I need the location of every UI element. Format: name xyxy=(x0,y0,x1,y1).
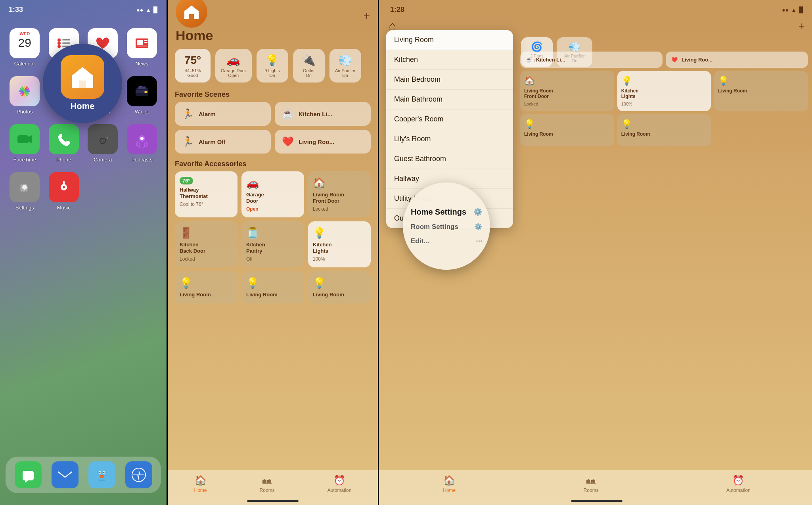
nav-rooms-icon: 🏘 xyxy=(262,475,272,486)
living-room-name-2: Living Room xyxy=(246,292,299,298)
p3-kitchen-label: Kitchen Li... xyxy=(536,57,565,63)
garage-door-tile[interactable]: 🚗 GarageDoor Open xyxy=(241,171,304,217)
svg-rect-9 xyxy=(144,42,147,43)
accessories-grid: 76° HallwayThermostat Cool to 76° 🚗 Gara… xyxy=(168,171,378,307)
air-purifier-label: Air PurifierOn xyxy=(335,68,355,78)
app-icon-calendar[interactable]: WED 29 Calendar xyxy=(8,28,42,67)
tweetbot-img xyxy=(88,461,115,488)
living-room-tile-3[interactable]: 💡 Living Room xyxy=(308,271,371,303)
p3-nav-home-icon: 🏠 xyxy=(443,475,455,486)
p3-living-2[interactable]: 💡 Living Room xyxy=(520,114,614,146)
nav-automation[interactable]: ⏰ Automation xyxy=(327,475,352,493)
panel3-bottom-nav: 🏠 Home 🏘 Rooms ⏰ Automation xyxy=(379,470,812,505)
lights-tile[interactable]: 💡 9 LightsOn xyxy=(257,49,288,83)
p3-kitchen-lights-status: 100% xyxy=(621,102,707,106)
kitchen-lights-tile[interactable]: 💡 KitchenLights 100% xyxy=(308,221,371,267)
phone-img xyxy=(49,124,79,154)
dropdown-guest-bathroom[interactable]: Guest Bathroom xyxy=(386,149,513,169)
wallet-label: Wallet xyxy=(135,109,149,115)
status-bar: 1:33 ●● ▲ ▉ xyxy=(0,0,167,16)
p3-scene-living[interactable]: ❤️ Living Roo... xyxy=(666,52,808,68)
status-icons: ●● ▲ ▉ xyxy=(136,7,158,13)
p3-front-door[interactable]: 🏠 Living RoomFront Door Locked xyxy=(520,71,614,111)
nav-automation-label: Automation xyxy=(327,488,352,493)
living-room-tile-1[interactable]: 💡 Living Room xyxy=(175,271,237,303)
app-icon-photos[interactable]: Photos xyxy=(8,76,42,115)
garage-door-tile[interactable]: 🚗 Garage DoorOpen xyxy=(215,49,252,83)
settings-label: Settings xyxy=(15,205,34,211)
svg-point-0 xyxy=(57,38,61,42)
app-icon-podcasts[interactable]: Podcasts xyxy=(125,124,159,163)
bottom-nav: 🏠 Home 🏘 Rooms ⏰ Automation xyxy=(168,470,378,505)
dock-tweetbot[interactable] xyxy=(88,461,115,488)
scene-alarm[interactable]: 🏃 Alarm xyxy=(175,102,271,126)
app-icon-camera[interactable]: Camera xyxy=(86,124,120,163)
camera-img xyxy=(88,124,118,154)
app-icon-settings[interactable]: Settings xyxy=(8,172,42,211)
edit-item[interactable]: Edit... ⋯ xyxy=(403,234,490,248)
svg-rect-31 xyxy=(144,91,147,93)
home-header-icon xyxy=(176,0,207,28)
svg-point-58 xyxy=(103,472,104,473)
dropdown-main-bathroom[interactable]: Main Bathroom xyxy=(386,90,513,109)
p3-living-icon-3: 💡 xyxy=(621,119,707,129)
nav-rooms[interactable]: 🏘 Rooms xyxy=(260,475,275,493)
p3-nav-home[interactable]: 🏠 Home xyxy=(443,475,456,493)
time: 1:33 xyxy=(9,6,23,14)
dropdown-kitchen[interactable]: Kitchen xyxy=(386,50,513,70)
living-room-name-1: Living Room xyxy=(180,292,233,298)
dock-messages[interactable] xyxy=(15,461,42,488)
app-icon-wallet[interactable]: Wallet xyxy=(125,76,159,115)
coffee-icon: ☕ xyxy=(282,108,294,119)
scene-alarm-off[interactable]: 🏃 Alarm Off xyxy=(175,130,271,154)
camera-label: Camera xyxy=(94,157,112,163)
p3-nav-rooms[interactable]: 🏘 Rooms xyxy=(584,475,599,493)
svg-rect-41 xyxy=(100,134,103,136)
home-settings-item[interactable]: Home Settings ⚙️ xyxy=(403,204,490,220)
settings-img xyxy=(10,172,40,202)
home-app-overlay[interactable]: Home xyxy=(43,44,122,123)
kitchen-pantry-tile[interactable]: 🫙 KitchenPantry Off xyxy=(241,221,304,267)
svg-rect-34 xyxy=(17,135,29,143)
thermostat-tile[interactable]: 76° HallwayThermostat Cool to 76° xyxy=(175,171,237,217)
temperature-tile[interactable]: 75° 44–51% Good xyxy=(175,49,211,83)
context-menu[interactable]: Home Settings ⚙️ Room Settings ⚙️ Edit..… xyxy=(403,182,490,270)
dropdown-lilys-room[interactable]: Lily's Room xyxy=(386,129,513,149)
scene-living-room[interactable]: ❤️ Living Roo... xyxy=(275,130,371,154)
favorite-scenes-title: Favorite Scenes xyxy=(168,88,378,102)
p3-nav-automation[interactable]: ⏰ Automation xyxy=(726,475,751,493)
p3-kitchen-lights[interactable]: 💡 KitchenLights 100% xyxy=(617,71,711,111)
kitchen-back-door-tile[interactable]: 🚪 KitchenBack Door Locked xyxy=(175,221,237,267)
dock-safari[interactable] xyxy=(125,461,152,488)
p3-nav-rooms-label: Rooms xyxy=(584,488,599,493)
p3-living-label: Living Roo... xyxy=(682,57,712,63)
front-door-tile[interactable]: 🏠 Living RoomFront Door Locked xyxy=(308,171,371,217)
p3-living-1[interactable]: 💡 Living Room xyxy=(714,71,808,111)
room-settings-item[interactable]: Room Settings ⚙️ xyxy=(403,220,490,234)
app-icon-facetime[interactable]: FaceTime xyxy=(8,124,42,163)
app-icon-music[interactable]: Music xyxy=(47,172,81,211)
app-icon-phone[interactable]: Phone xyxy=(47,124,81,163)
outlet-tile[interactable]: 🔌 OutletOn xyxy=(293,49,325,83)
calendar-day: WED xyxy=(19,31,30,36)
lights-label: 9 LightsOn xyxy=(264,68,280,78)
scene-kitchen-lights[interactable]: ☕ Kitchen Li... xyxy=(275,102,371,126)
dropdown-coopers-room[interactable]: Cooper's Room xyxy=(386,109,513,129)
outlet-icon: 🔌 xyxy=(302,54,316,67)
panel3-statusbar: 1:28 ●● ▲ ▉ xyxy=(379,0,812,16)
living-room-tile-2[interactable]: 💡 Living Room xyxy=(241,271,304,303)
p3-scene-kitchen[interactable]: ☕ Kitchen Li... xyxy=(520,52,663,68)
app-icon-news[interactable]: News xyxy=(125,28,159,67)
dropdown-main-bedroom[interactable]: Main Bedroom xyxy=(386,70,513,90)
svg-rect-33 xyxy=(139,86,142,87)
air-purifier-tile[interactable]: 💨 Air PurifierOn xyxy=(329,49,361,83)
outlet-label: OutletOn xyxy=(303,68,314,78)
dropdown-living-room[interactable]: Living Room xyxy=(386,30,513,50)
svg-rect-7 xyxy=(137,40,143,45)
add-button-p3[interactable]: + xyxy=(799,20,805,32)
photos-label: Photos xyxy=(17,109,33,115)
dock-mail[interactable] xyxy=(52,461,79,488)
p3-living-3[interactable]: 💡 Living Room xyxy=(617,114,711,146)
add-button[interactable]: + xyxy=(364,10,370,22)
nav-home[interactable]: 🏠 Home xyxy=(194,475,207,493)
